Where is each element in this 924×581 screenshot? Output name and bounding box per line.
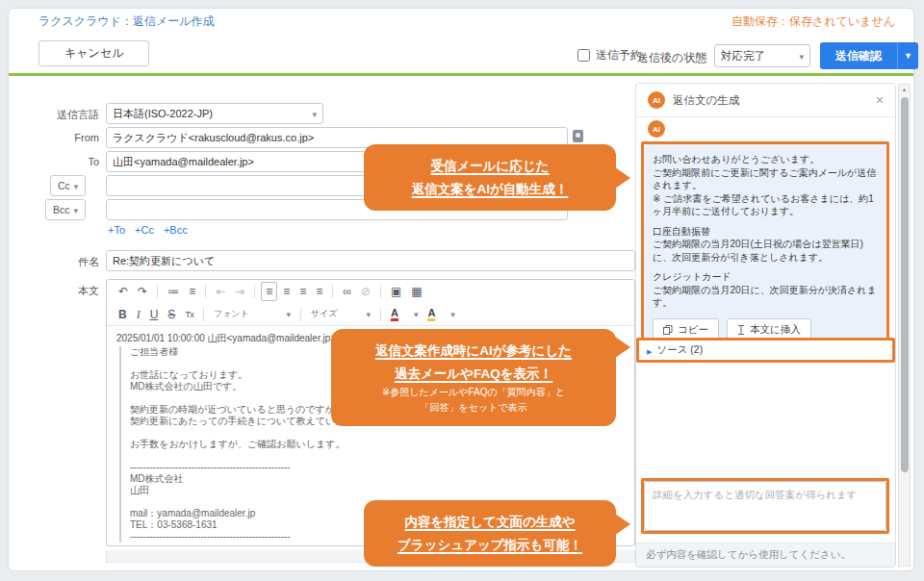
caret-down-icon — [366, 310, 371, 319]
send-options-caret-button[interactable]: ▼ — [897, 42, 918, 69]
language-select[interactable]: 日本語(ISO-2022-JP) — [106, 103, 323, 124]
link-icon[interactable]: ∞ — [339, 283, 355, 300]
media-icon[interactable]: ▦ — [407, 283, 425, 300]
ai-reply-line: ご契約期限の当月20日に、次回更新分が決済されます。 — [653, 284, 878, 310]
add-recipient-link[interactable]: +Bcc — [164, 224, 188, 236]
callout-prompt: 内容を指定して文面の生成やブラッシュアップ指示も可能！ — [364, 500, 616, 567]
schedule-checkbox[interactable] — [578, 49, 590, 62]
ai-reply-line: 口座自動振替 — [653, 225, 878, 239]
quoted-line: 山田 — [130, 485, 625, 496]
image-icon[interactable]: ▣ — [387, 283, 405, 300]
sources-toggle[interactable]: ソース (2) — [639, 341, 892, 360]
callout-sources: 返信文案作成時にAIが参考にした過去メールやFAQを表示！ ※参照したメールやF… — [331, 329, 616, 426]
ai-prompt-input[interactable] — [644, 481, 886, 531]
toolbar-icon[interactable] — [332, 285, 333, 298]
ai-panel-title: 返信文の生成 — [673, 93, 739, 108]
scroll-up-icon[interactable]: ▲ — [899, 87, 910, 92]
scrollbar[interactable]: ▲ — [898, 84, 911, 567]
body-label: 本文 — [38, 284, 99, 298]
sources-label: ソース (2) — [656, 343, 703, 357]
indent-icon[interactable]: ⇥ — [231, 283, 248, 300]
bold-button[interactable]: B — [115, 306, 131, 323]
font-family-label: フォント — [214, 308, 249, 320]
callout-line: ブラッシュアップ指示も可能！ — [372, 534, 608, 557]
font-family-select[interactable]: フォント — [210, 308, 295, 320]
callout-note-line: ※参照したメールやFAQの「質問内容」と — [339, 385, 608, 400]
status-after-send-select[interactable]: 対応完了 — [714, 44, 810, 67]
ai-reply-line: クレジットカード — [653, 270, 878, 284]
toolbar-icon[interactable] — [205, 285, 206, 298]
ai-reply-line — [653, 218, 878, 225]
quoted-line: お手数をおかけしますが、ご確認お願いします。 — [130, 439, 625, 450]
toolbar-icon[interactable] — [254, 285, 255, 298]
italic-button[interactable]: I — [133, 306, 144, 323]
ai-panel-header: AI 返信文の生成 — [636, 84, 895, 117]
page-title: ラクスクラウド：返信メール作成 — [38, 13, 215, 30]
align-center-icon[interactable]: ≡ — [279, 283, 294, 300]
callout-text: 内容を指定して文面の生成やブラッシュアップ指示も可能！ — [372, 511, 608, 556]
cancel-button[interactable]: キャンセル — [38, 40, 149, 66]
underline-button[interactable]: U — [146, 306, 163, 323]
status-after-send-label: 送信後の状態 — [637, 50, 706, 66]
undo-icon[interactable]: ↶ — [115, 283, 132, 300]
align-left-icon[interactable]: ≡ — [261, 282, 277, 301]
toolbar-icon[interactable] — [157, 285, 158, 298]
cc-dropdown-button[interactable]: Cc — [50, 175, 86, 196]
bcc-dropdown-button[interactable]: Bcc — [45, 199, 86, 220]
send-confirm-split-button[interactable]: 送信確認 ▼ — [820, 42, 918, 69]
add-recipient-link[interactable]: +Cc — [135, 224, 154, 236]
ai-reply-message: お問い合わせありがとうございます。ご契約期限前にご更新に関するご案内メールが送信… — [644, 144, 886, 349]
ai-reply-line: お問い合わせありがとうございます。 — [653, 153, 878, 166]
ai-reply-line: ご契約期限の当月20日(土日祝の場合は翌営業日)に、次回更新分が引き落としされま… — [653, 238, 878, 264]
callout-text: 受信メールに応じた返信文案をAIが自動生成！ — [372, 155, 608, 200]
bcc-label: Bcc — [53, 204, 70, 215]
language-label: 送信言語 — [38, 108, 99, 122]
divider — [300, 308, 301, 321]
outdent-icon[interactable]: ⇤ — [212, 283, 229, 300]
justify-icon[interactable]: ≡ — [312, 283, 326, 300]
ai-reply-line: ご契約期限前にご更新に関するご案内メールが送信されます。 — [653, 166, 878, 192]
subject-field[interactable]: Re:契約更新について — [106, 250, 635, 271]
insert-cursor-icon — [737, 325, 745, 335]
background-color-icon: A — [427, 308, 435, 321]
expand-triangle-icon — [647, 344, 652, 356]
background-color-button[interactable]: A — [424, 308, 458, 321]
ai-reply-line: ※ ご請求書をご希望されているお客さまには、約1ヶ月半前にご送付しております。 — [653, 192, 878, 218]
redo-icon[interactable]: ↷ — [134, 283, 151, 300]
close-icon[interactable] — [876, 93, 884, 107]
language-value: 日本語(ISO-2022-JP) — [113, 104, 213, 123]
schedule-send-option[interactable]: 送信予約 — [578, 47, 642, 63]
address-book-icon[interactable] — [573, 130, 583, 142]
editor-toolbar-row1: ↶↷≔≡⇤⇥≡≡≡≡∞⊘▣▦ — [107, 280, 634, 303]
toolbar-icon[interactable] — [380, 285, 381, 298]
font-size-label: サイズ — [311, 308, 338, 320]
ai-message-avatar: AI — [648, 120, 665, 138]
strike-button[interactable]: S — [164, 306, 179, 323]
callout-auto-generate: 受信メールに応じた返信文案をAIが自動生成！ — [364, 144, 616, 211]
to-label: To — [38, 156, 99, 167]
insert-label: 本文に挿入 — [750, 323, 801, 337]
divider — [9, 73, 913, 76]
bullet-list-icon[interactable]: ≡ — [185, 283, 199, 300]
scrollbar-thumb[interactable] — [901, 97, 909, 472]
unlink-icon[interactable]: ⊘ — [357, 283, 374, 300]
add-recipient-link[interactable]: +To — [108, 224, 125, 236]
font-size-select[interactable]: サイズ — [307, 308, 374, 320]
divider — [380, 308, 381, 321]
send-confirm-button[interactable]: 送信確認 — [820, 42, 897, 69]
text-color-button[interactable]: A — [387, 308, 422, 321]
subject-label: 件名 — [38, 255, 99, 269]
editor-toolbar-row2: BIUSTx フォント サイズ A A — [107, 303, 634, 326]
ai-reply-highlight: お問い合わせありがとうございます。ご契約期限前にご更新に関するご案内メールが送信… — [641, 141, 889, 352]
copy-label: コピー — [678, 323, 708, 337]
caret-down-icon — [74, 180, 79, 191]
from-label: From — [38, 132, 99, 143]
ordered-list-icon[interactable]: ≔ — [164, 283, 183, 300]
ai-reply-line — [653, 264, 878, 270]
sources-highlight: ソース (2) — [636, 338, 895, 363]
caret-down-icon — [286, 310, 291, 319]
align-right-icon[interactable]: ≡ — [295, 283, 310, 300]
clear-format-button[interactable]: Tx — [181, 306, 197, 323]
copy-icon — [663, 325, 673, 335]
ai-panel-footer-note: 必ず内容を確認してから使用してください。 — [636, 543, 895, 567]
